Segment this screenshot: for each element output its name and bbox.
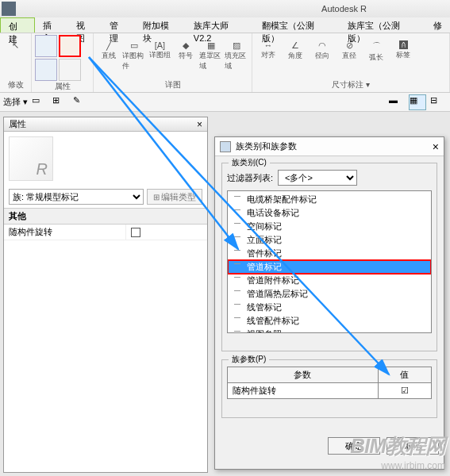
close-icon[interactable]: × [197, 119, 202, 130]
select-label[interactable]: 选择 ▾ [3, 96, 28, 108]
st-3[interactable]: ✎ [72, 94, 90, 110]
prop-icon-4[interactable] [59, 59, 81, 81]
properties-title: 属性 [9, 118, 26, 130]
dim-radial[interactable]: ◠径向 [310, 37, 335, 77]
category-row: 其他 [4, 209, 207, 225]
param-checkbox[interactable]: ☑ [401, 386, 409, 395]
detail-component[interactable]: ▭详图构件 [122, 37, 146, 77]
tab-view[interactable]: 视图 [68, 17, 102, 33]
category-legend: 族类别(C) [229, 157, 270, 168]
list-item[interactable]: 管道隔热层标记 [228, 287, 431, 301]
title-bar: Autodesk R [0, 0, 450, 17]
dim-arc[interactable]: ⌒弧长 [363, 37, 389, 77]
app-title: Autodesk R [321, 4, 367, 13]
symbol-tool[interactable]: ◆符号 [174, 37, 198, 77]
tab-manage[interactable]: 管理 [102, 17, 135, 33]
edit-type-button[interactable]: ⊞ 编辑类型 [147, 189, 202, 205]
tab-insert[interactable]: 插入 [35, 17, 68, 33]
family-type-select[interactable]: 族: 常规模型标记 [9, 189, 144, 205]
watermark-title: BIM教程网 [350, 432, 445, 460]
dim-aligned[interactable]: ↔对齐 [256, 37, 281, 77]
family-category-button[interactable] [59, 35, 81, 57]
param-head-value: 值 [378, 367, 431, 383]
properties-panel: 属性 × 族: 常规模型标记 ⊞ 编辑类型 其他 随构件旋转 [3, 117, 208, 473]
list-item[interactable]: 电缆桥架配件标记 [228, 193, 431, 206]
st-4[interactable]: ▬ [388, 94, 406, 110]
filter-select[interactable]: <多个> [278, 170, 357, 186]
prop-icon-1[interactable] [35, 35, 57, 57]
dim-diameter[interactable]: ⊘直径 [337, 37, 362, 77]
list-item[interactable]: 管件标记 [228, 247, 431, 260]
list-item[interactable]: 线管标记 [228, 301, 431, 314]
mask-region[interactable]: ▦遮罩区域 [199, 37, 223, 77]
list-item[interactable]: 空间标记 [228, 220, 431, 233]
type-preview-icon [9, 136, 53, 181]
line-tool[interactable]: ╱直线 [97, 37, 121, 77]
prop-rotate-checkbox[interactable] [131, 228, 140, 237]
dialog-icon [220, 141, 231, 152]
tab-addins[interactable]: 附加模块 [135, 17, 186, 33]
tab-modify[interactable]: 修 [425, 17, 450, 33]
tab-familybao[interactable]: 族库宝（公测版） [340, 17, 425, 33]
detail-group[interactable]: [A]详图组 [148, 37, 171, 77]
st-1[interactable]: ▭ [31, 94, 48, 110]
st-5[interactable]: ▦ [409, 94, 426, 110]
menu-bar: 创建 插入 视图 管理 附加模块 族库大师V2.2 翻模宝（公测版） 族库宝（公… [0, 17, 450, 33]
param-table: 参数值 随构件旋转☑ [227, 367, 432, 399]
watermark-url: www.irbim.com [350, 460, 445, 471]
st-2[interactable]: ⊞ [52, 94, 69, 110]
dialog-title: 族类别和族参数 [236, 140, 297, 152]
list-item[interactable]: 电话设备标记 [228, 206, 431, 220]
ribbon-group-detail: 详图 [97, 79, 248, 90]
list-item[interactable]: 线管配件标记 [228, 314, 431, 328]
list-item-pipe-tag[interactable]: 管道标记 [228, 260, 431, 274]
dim-label[interactable]: 🅰标签 [390, 37, 416, 77]
watermark: BIM教程网 www.irbim.com [350, 432, 445, 471]
list-item[interactable]: 视图参照 [228, 328, 431, 333]
filter-label: 过滤器列表: [227, 172, 273, 184]
tab-modelbao[interactable]: 翻模宝（公测版） [254, 17, 340, 33]
tab-famlib[interactable]: 族库大师V2.2 [186, 17, 255, 33]
category-listbox[interactable]: 电缆桥架配件标记 电话设备标记 空间标记 立面标记 管件标记 管道标记 管道附件… [227, 190, 432, 333]
fill-region[interactable]: ▨填充区域 [225, 37, 248, 77]
tab-create[interactable]: 创建 [0, 17, 35, 33]
param-head-name: 参数 [228, 367, 379, 383]
subtoolbar: 选择 ▾ ▭ ⊞ ✎ ▬ ▦ ⊟ [0, 93, 450, 112]
st-6[interactable]: ⊟ [429, 94, 447, 110]
list-item[interactable]: 立面标记 [228, 233, 431, 247]
prop-icon-3[interactable] [35, 59, 57, 81]
dim-angular[interactable]: ∠角度 [283, 37, 308, 77]
cursor-icon[interactable]: ↖ [3, 37, 28, 77]
ribbon-group-dimension: 尺寸标注 ▾ [256, 79, 446, 90]
family-category-dialog: 族类别和族参数 × 族类别(C) 过滤器列表: <多个> 电缆桥架配件标记 电话… [214, 136, 444, 470]
ribbon: ↖ 修改 属性 ╱直线 ▭详图构件 [A]详图组 ◆符号 ▦遮罩区域 ▨填充区域… [0, 33, 450, 93]
ribbon-group-modify: 修改 [3, 79, 28, 90]
ribbon-group-properties: 属性 [35, 81, 90, 92]
prop-rotate-label: 随构件旋转 [4, 225, 126, 240]
param-legend: 族参数(P) [229, 354, 269, 365]
dialog-close-icon[interactable]: × [433, 140, 439, 153]
list-item[interactable]: 管道附件标记 [228, 274, 431, 287]
param-row-name: 随构件旋转 [228, 383, 379, 399]
